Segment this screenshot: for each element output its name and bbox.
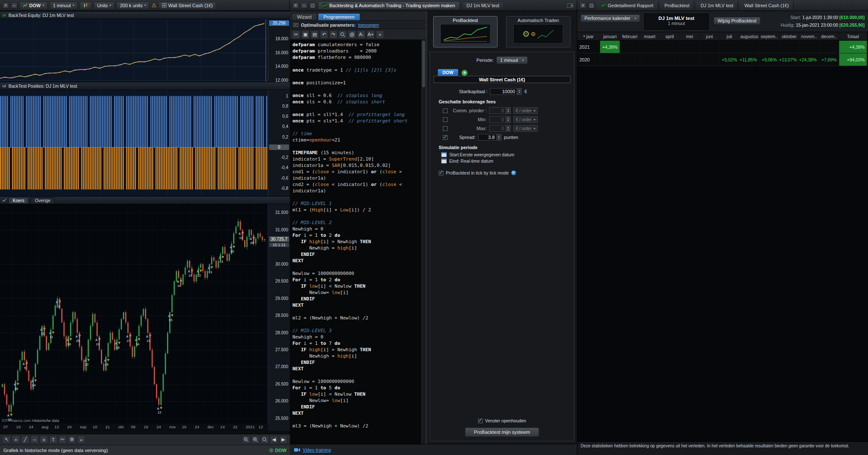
minimize-icon[interactable]: ─: [11, 2, 17, 8]
calendar-header-cell[interactable]: maart: [640, 32, 660, 41]
fee-input[interactable]: 0: [489, 107, 506, 114]
time-axis[interactable]: 071624aug1324sep1021okt081924nov1624dec1…: [0, 424, 268, 431]
close-icon[interactable]: ✕: [580, 2, 586, 8]
fee-input[interactable]: 0: [489, 125, 506, 132]
calendar-header-cell[interactable]: juli: [720, 32, 740, 41]
tab-programmeren[interactable]: Programmeren: [318, 13, 360, 20]
spread-stepper[interactable]: ▲▼: [497, 134, 501, 141]
text-tool-icon[interactable]: T: [49, 436, 57, 444]
trendline-icon[interactable]: ╱: [21, 436, 29, 444]
zoom-reset-button[interactable]: [261, 436, 269, 444]
calendar-header-cell[interactable]: ▾jaar: [577, 32, 600, 41]
calendar-header-cell[interactable]: Totaal: [839, 32, 867, 41]
pan-right-icon[interactable]: ▶: [279, 436, 287, 444]
fee-checkbox[interactable]: [443, 117, 448, 122]
code-area[interactable]: defparam cumulateorders = false defparam…: [290, 40, 421, 444]
fee-stepper[interactable]: ▲▼: [506, 125, 511, 132]
comment-icon[interactable]: @: [348, 31, 356, 39]
scrollbar-thumb[interactable]: [422, 41, 425, 87]
fibonacci-icon[interactable]: ≡: [40, 436, 48, 444]
equity-chart[interactable]: [0, 19, 268, 82]
system-info-box[interactable]: DJ 1m MLV test 1 minuut: [644, 14, 709, 30]
font-larger-icon[interactable]: A+: [367, 31, 375, 39]
minimize-icon[interactable]: ─: [301, 2, 307, 8]
keep-open-checkbox[interactable]: [478, 419, 483, 423]
tab-koers[interactable]: Koers: [8, 197, 28, 203]
instrument-chip[interactable]: Wall Street Cash (1€): [159, 2, 216, 9]
calendar-header-cell[interactable]: augustus: [740, 32, 760, 41]
connection-status-icon[interactable]: [566, 2, 574, 8]
tab-instrument[interactable]: Wall Street Cash (1€): [740, 1, 793, 10]
close-icon[interactable]: ✕: [292, 2, 299, 8]
equity-price-axis[interactable]: 18.00016.00014.00012.00020.256: [268, 19, 290, 82]
tab-backtesting[interactable]: Backtesting & Automatisch Trading - Trad…: [318, 1, 460, 10]
crosshair-icon[interactable]: +: [12, 436, 20, 444]
fee-input[interactable]: 0: [489, 116, 506, 123]
symbol-dropdown[interactable]: DOW ▾: [19, 2, 47, 9]
startkapitaal-input[interactable]: 10000: [490, 88, 517, 95]
paste-icon[interactable]: ▤: [311, 31, 319, 39]
pointer-tool-icon[interactable]: ↖: [3, 436, 11, 444]
cut-icon[interactable]: ✂: [292, 31, 300, 39]
units-dropdown[interactable]: Units ▾: [94, 2, 114, 9]
font-smaller-icon[interactable]: A-: [357, 31, 365, 39]
pan-left-icon[interactable]: ◀: [270, 436, 278, 444]
maximize-icon[interactable]: ▢: [588, 2, 595, 8]
feed-status-badge[interactable]: DOW: [269, 448, 287, 453]
report-view-dropdown[interactable]: Performance kalender ▾: [581, 14, 640, 22]
spread-checkbox[interactable]: [443, 135, 448, 140]
equity-panel-title[interactable]: BackTest Equity: DJ 1m MLV test: [0, 11, 290, 19]
code-scrollbar[interactable]: [421, 40, 426, 444]
tick-mode-checkbox[interactable]: [439, 171, 443, 175]
horizontal-line-icon[interactable]: ─: [31, 436, 39, 444]
price-axis[interactable]: 31.50031.00030.00029.50029.00028.50028.0…: [268, 204, 290, 424]
calendar-header-cell[interactable]: oktober: [779, 32, 799, 41]
expand-toolbar-icon[interactable]: »: [376, 31, 384, 39]
zoom-in-button[interactable]: [251, 436, 259, 444]
run-backtest-button[interactable]: ProBacktest mijn systeem: [465, 427, 539, 437]
calendar-icon[interactable]: [441, 152, 447, 157]
add-parameter-link[interactable]: toevoegen: [358, 22, 379, 28]
fee-checkbox[interactable]: [443, 108, 448, 113]
calendar-header-cell[interactable]: juni: [700, 32, 720, 41]
warning-icon[interactable]: ⚠: [151, 2, 156, 8]
calendar-icon[interactable]: [441, 158, 447, 164]
units-value-dropdown[interactable]: 200 k units ▾: [117, 2, 149, 9]
calendar-header-cell[interactable]: februari: [620, 32, 640, 41]
redo-icon[interactable]: ↷: [329, 31, 337, 39]
maximize-icon[interactable]: ▢: [309, 2, 316, 8]
tab-overige[interactable]: Overige: [31, 197, 55, 203]
pencil-icon[interactable]: ✏: [58, 436, 67, 444]
price-chart[interactable]: 1918924131115162522131518271412121516192…: [0, 204, 268, 424]
tab-probacktest[interactable]: ProBacktest: [433, 16, 498, 47]
undo-icon[interactable]: ↶: [320, 31, 328, 39]
fee-unit-dropdown[interactable]: € / order▾: [513, 116, 538, 123]
zoom-out-button[interactable]: [242, 436, 250, 444]
fee-unit-dropdown[interactable]: € / order▾: [513, 125, 538, 132]
find-icon[interactable]: [339, 31, 347, 39]
tab-systeem[interactable]: DJ 1m MLV test: [696, 1, 738, 10]
calendar-header-cell[interactable]: april: [660, 32, 680, 41]
symbol-tab-dow[interactable]: DOW: [438, 69, 458, 76]
fee-stepper[interactable]: ▲▼: [506, 116, 511, 123]
timeframe-dropdown[interactable]: 1 minuut ▾: [50, 2, 78, 9]
settings-icon[interactable]: ⚙: [68, 436, 76, 444]
calendar-header-cell[interactable]: septem..: [760, 32, 779, 41]
tab-gedetailleerd-rapport[interactable]: Gedetailleerd Rapport: [597, 1, 658, 10]
fee-stepper[interactable]: ▲▼: [506, 107, 511, 114]
edit-probacktest-button[interactable]: Wijzig ProBacktest: [714, 17, 760, 25]
tab-probacktest-report[interactable]: ProBacktest: [660, 1, 694, 10]
calendar-header-cell[interactable]: novem..: [799, 32, 819, 41]
positions-chart[interactable]: [0, 90, 268, 196]
calendar-header-cell[interactable]: decem..: [819, 32, 839, 41]
chart-style-button[interactable]: [80, 2, 92, 9]
copy-icon[interactable]: ▣: [301, 31, 309, 39]
video-training-link[interactable]: Video training: [303, 447, 331, 452]
tab-automatisch-traden[interactable]: Automatisch Traden ⚙ ⚙: [506, 16, 570, 47]
periode-select[interactable]: 1 minuut ▾: [496, 56, 528, 64]
close-icon[interactable]: ✕: [3, 2, 9, 8]
add-instrument-icon[interactable]: +: [462, 70, 467, 76]
startkapitaal-stepper[interactable]: ▲▼: [517, 88, 522, 95]
tab-system[interactable]: DJ 1m MLV test: [462, 1, 504, 10]
calendar-header-cell[interactable]: mei: [680, 32, 700, 41]
